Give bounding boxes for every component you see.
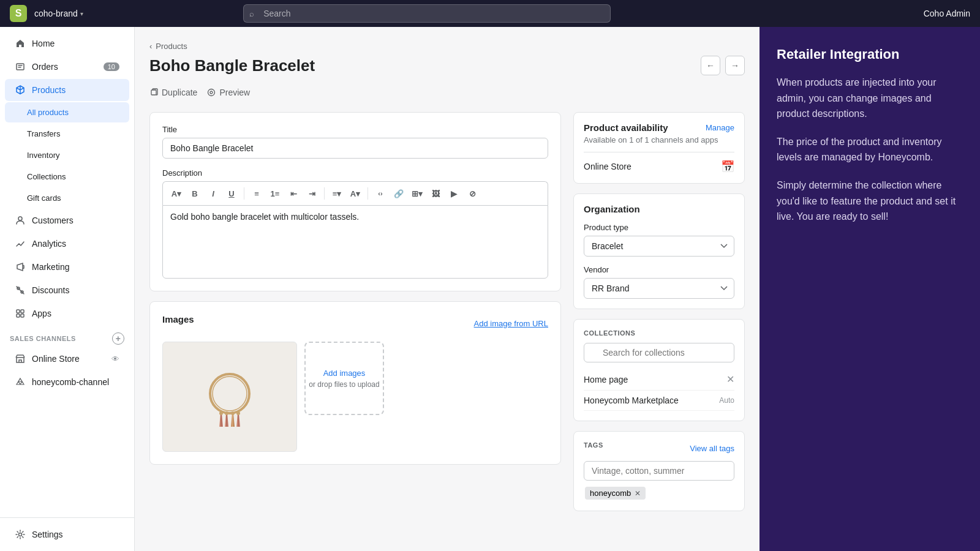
sidebar-item-collections[interactable]: Collections [5,167,129,187]
calendar-icon[interactable]: 📅 [721,160,734,173]
rte-bullets-btn[interactable]: ≡ [248,186,265,201]
rte-italic-btn[interactable]: I [205,186,222,201]
rte-bold-btn[interactable]: B [186,186,203,201]
page-title: Boho Bangle Bracelet [149,56,315,75]
sidebar-item-transfers[interactable]: Transfers [5,124,129,144]
duplicate-button[interactable]: Duplicate [149,85,197,100]
tag-label: honeycomb [590,489,631,498]
add-channel-button[interactable]: + [112,332,124,345]
apps-icon [15,308,26,319]
bracelet-svg [193,360,266,433]
top-navigation: S coho-brand ▾ ⌕ Coho Admin [0,0,980,27]
svg-point-24 [219,411,223,415]
sidebar-item-marketing[interactable]: Marketing [5,256,129,278]
collection-auto-label: Auto [719,396,734,405]
add-image-url-button[interactable]: Add image from URL [474,319,548,328]
collection-name: Home page [584,375,628,384]
online-store-eye-icon: 👁 [111,354,119,364]
svg-rect-3 [21,310,24,313]
sidebar-item-label: Products [32,85,66,95]
sidebar-item-customers[interactable]: Customers [5,209,129,231]
availability-header: Product availability Manage [584,122,734,133]
brand-name: coho-brand [34,9,78,18]
sidebar-item-apps[interactable]: Apps [5,302,129,324]
discounts-icon [15,285,26,296]
sidebar-item-orders[interactable]: Orders 10 [5,56,129,78]
rte-video-btn[interactable]: ▶ [445,186,462,201]
breadcrumb: ‹ Products [149,42,745,51]
images-grid: Add images or drop files to upload [162,342,548,452]
collections-search-input[interactable] [584,343,734,362]
title-label: Title [162,125,548,134]
rte-source-btn[interactable]: ‹› [372,186,389,201]
rte-font-btn[interactable]: A▾ [168,186,185,201]
info-panel-para-1: When products are injected into your adm… [777,75,963,122]
sidebar-item-label: Marketing [32,262,69,272]
brand-caret-icon: ▾ [80,10,83,17]
search-input[interactable] [243,4,611,23]
rte-image-btn[interactable]: 🖼 [427,186,444,201]
sidebar-item-online-store[interactable]: Online Store 👁 [5,348,129,370]
sidebar-item-settings[interactable]: Settings [5,523,129,545]
svg-point-9 [210,91,213,94]
remove-tag-button[interactable]: ✕ [635,489,641,498]
vendor-select[interactable]: RR Brand [584,278,734,299]
tags-input[interactable] [584,461,734,481]
store-icon [15,353,26,364]
manage-link[interactable]: Manage [706,123,734,132]
collection-home-page: Home page ✕ [584,369,734,391]
tags-card: TAGS View all tags honeycomb ✕ [573,431,745,511]
add-images-dropzone[interactable]: Add images or drop files to upload [304,342,384,415]
view-all-tags-link[interactable]: View all tags [690,444,734,453]
rte-indent-left-btn[interactable]: ⇤ [285,186,302,201]
analytics-icon [15,238,26,249]
page-header: Boho Bangle Bracelet ← → [149,56,745,75]
rte-table-btn[interactable]: ⊞▾ [409,186,426,201]
sidebar-item-gift-cards[interactable]: Gift cards [5,188,129,208]
sidebar-item-honeycomb-channel[interactable]: honeycomb-channel [5,371,129,393]
collection-name: Honeycomb Marketplace [584,395,679,405]
info-panel-para-3: Simply determine the collection where yo… [777,178,963,225]
transfers-label: Transfers [27,129,60,138]
svg-rect-2 [17,310,20,313]
search-icon: ⌕ [249,9,254,18]
products-icon [15,84,26,96]
svg-rect-0 [17,64,24,70]
collections-section-label: COLLECTIONS [584,329,734,337]
search-container: ⌕ [243,4,611,23]
svg-point-1 [18,217,22,220]
breadcrumb-parent-link[interactable]: Products [156,42,187,51]
add-images-link[interactable]: Add images [323,369,366,378]
collections-card: COLLECTIONS ⌕ Home page ✕ Honeycomb Mark… [573,319,745,421]
title-input[interactable] [162,138,548,159]
collections-label: Collections [27,172,66,181]
availability-sub: Available on 1 of 1 channels and apps [584,135,734,144]
sales-channels-label: SALES CHANNELS + [0,325,134,347]
rte-underline-btn[interactable]: U [223,186,240,201]
product-type-select[interactable]: Bracelet [584,236,734,257]
sidebar-item-home[interactable]: Home [5,32,129,54]
rte-color-btn[interactable]: A▾ [347,186,364,201]
remove-collection-button[interactable]: ✕ [726,373,734,385]
availability-title: Product availability [584,122,668,133]
sidebar-item-all-products[interactable]: All products [5,102,129,122]
rte-link-btn[interactable]: 🔗 [390,186,407,201]
rte-indent-right-btn[interactable]: ⇥ [303,186,320,201]
sidebar-item-inventory[interactable]: Inventory [5,145,129,165]
rte-emoji-btn[interactable]: ⊘ [464,186,481,201]
description-editor[interactable]: Gold boho bangle bracelet with multicolo… [162,205,548,279]
rte-align-btn[interactable]: ≡▾ [328,186,345,201]
previous-product-button[interactable]: ← [701,56,720,75]
preview-button[interactable]: Preview [207,85,250,100]
rte-ordered-btn[interactable]: 1≡ [266,186,284,201]
bracelet-image[interactable] [162,342,297,452]
sidebar-item-products[interactable]: Products [5,79,129,101]
product-grid: Title Description A▾ B I U ≡ 1≡ ⇤ ⇥ [149,112,745,521]
svg-point-6 [19,533,22,536]
left-column: Title Description A▾ B I U ≡ 1≡ ⇤ ⇥ [149,112,561,521]
collection-honeycomb-marketplace: Honeycomb Marketplace Auto [584,391,734,411]
sidebar-item-analytics[interactable]: Analytics [5,233,129,255]
sidebar-item-discounts[interactable]: Discounts [5,279,129,301]
next-product-button[interactable]: → [725,56,745,75]
brand-selector[interactable]: coho-brand ▾ [34,9,83,18]
